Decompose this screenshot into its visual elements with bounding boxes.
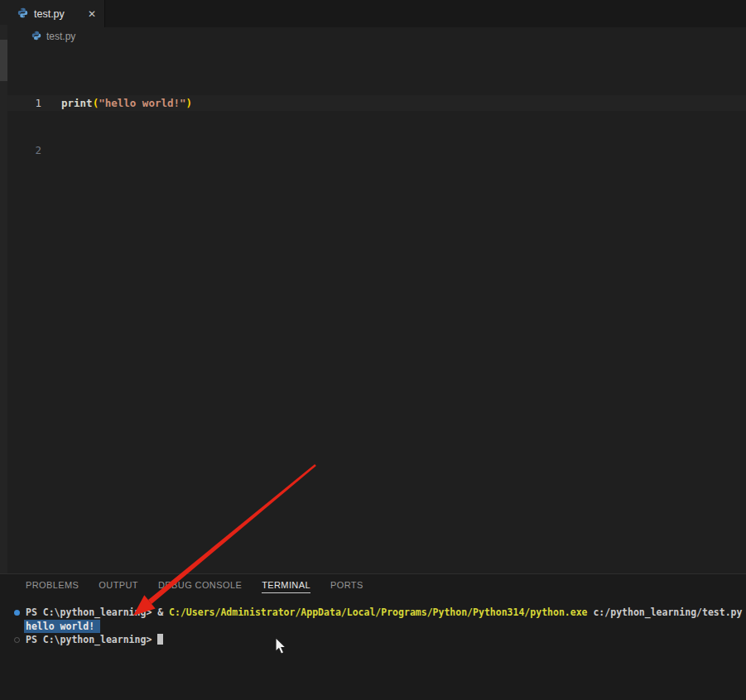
code-token-function: print — [61, 97, 93, 109]
terminal-text-fg: c:/python_learning/test.py — [588, 607, 743, 618]
terminal-output[interactable]: PS C:\python_learning> & C:/Users/Admini… — [0, 599, 746, 647]
panel-tab-debug-console[interactable]: DEBUG CONSOLE — [158, 580, 242, 593]
left-edge-strip — [0, 25, 7, 573]
command-executed-decoration-icon[interactable] — [14, 610, 20, 616]
code-line-1[interactable]: 1 print("hello world!") — [0, 95, 746, 111]
code-text: print("hello world!") — [61, 95, 192, 111]
terminal-line: PS C:\python_learning> & C:/Users/Admini… — [26, 606, 746, 620]
terminal-text-fg: PS C:\python_learning> & — [26, 607, 169, 618]
code-token-string: "hello world!" — [99, 97, 185, 109]
prompt-decoration-icon[interactable] — [14, 637, 20, 643]
panel-tab-output[interactable]: OUTPUT — [99, 580, 138, 593]
vscode-window: test.py ✕ test.py 1 print("hello world!"… — [0, 0, 746, 700]
tab-label: test.py — [34, 8, 65, 20]
code-line-2[interactable]: 2 — [0, 142, 746, 158]
terminal-line: hello world! — [26, 620, 746, 634]
panel-tab-ports[interactable]: PORTS — [330, 580, 363, 593]
bottom-panel: PROBLEMSOUTPUTDEBUG CONSOLETERMINALPORTS… — [0, 573, 746, 700]
code-token-bracket: ) — [186, 97, 193, 109]
panel-tab-terminal[interactable]: TERMINAL — [262, 580, 310, 593]
tab-test-py[interactable]: test.py ✕ — [0, 0, 105, 27]
editor-tab-bar: test.py ✕ — [0, 0, 746, 27]
terminal-text-selected: hello world! — [24, 620, 100, 634]
terminal-text-fg: PS C:\python_learning> — [26, 634, 157, 645]
terminal-line: PS C:\python_learning> — [26, 633, 746, 647]
breadcrumb[interactable]: test.py — [0, 27, 746, 46]
terminal-cursor — [157, 634, 163, 645]
breadcrumb-file-label: test.py — [46, 31, 75, 42]
code-editor[interactable]: 1 print("hello world!") 2 — [0, 46, 746, 573]
terminal-text-command: C:/Users/Administrator/AppData/Local/Pro… — [169, 607, 587, 618]
panel-tab-problems[interactable]: PROBLEMS — [26, 580, 79, 593]
scrollbar-thumb[interactable] — [0, 40, 7, 81]
python-file-icon — [17, 7, 28, 22]
close-tab-icon[interactable]: ✕ — [88, 9, 96, 19]
panel-tab-bar: PROBLEMSOUTPUTDEBUG CONSOLETERMINALPORTS — [0, 574, 746, 599]
